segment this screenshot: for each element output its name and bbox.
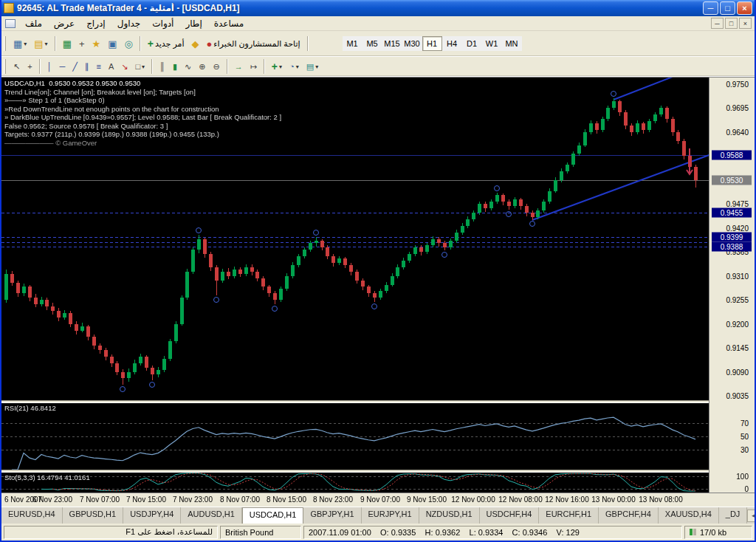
menu-window[interactable]: إطار	[179, 17, 207, 30]
toolbar-separator	[307, 36, 309, 51]
menu-charts[interactable]: جداول	[111, 17, 147, 30]
tab-xauusd-h4[interactable]: XAUUSD,H4	[659, 507, 719, 524]
time-axis-label: 7 Nov 07:00	[80, 495, 120, 504]
menu-help[interactable]: مساعدة	[208, 17, 250, 30]
line-chart-icon: ∿	[185, 63, 191, 71]
main-chart-pane[interactable]: USDCAD,H1 0.9530 0.9532 0.9530 0.9530 Tr…	[1, 78, 709, 400]
title-bar[interactable]: 92645: AL Trade MetaTrader 4 - أمثلية - …	[1, 0, 755, 16]
tab-usdchf-h4[interactable]: USDCHF,H4	[480, 507, 540, 524]
minimize-icon: ─	[708, 4, 714, 13]
menu-insert[interactable]: إدراج	[80, 17, 111, 30]
profiles-button[interactable]: ▤ ▾	[30, 35, 51, 52]
mdi-close-button[interactable]: ×	[739, 18, 752, 29]
terminal-button[interactable]: ▣	[104, 35, 120, 52]
crosshair-button[interactable]: +	[24, 59, 35, 74]
timeframe-m15-button[interactable]: M15	[382, 36, 402, 51]
tab-dj[interactable]: _DJ	[719, 507, 748, 524]
mdi-minimize-button[interactable]: ─	[711, 18, 724, 29]
menu-tools[interactable]: أدوات	[146, 17, 179, 30]
price-scale[interactable]: 0.97500.96950.96400.94750.94200.93650.93…	[709, 78, 755, 493]
channel-button[interactable]: ∥	[81, 59, 93, 74]
timeframe-w1-button[interactable]: W1	[482, 36, 502, 51]
timeframe-mn-button[interactable]: MN	[502, 36, 522, 51]
trendline-button[interactable]: ╱	[69, 59, 81, 74]
chart-shift-button[interactable]: ↦	[247, 59, 261, 74]
rsi-scale-label: 50	[740, 433, 749, 441]
minimize-button[interactable]: ─	[703, 1, 718, 15]
menu-file[interactable]: ملف	[19, 17, 48, 30]
arrows-button[interactable]: ↘	[117, 59, 131, 74]
rsi-pane[interactable]: RSI(21) 46.8412	[1, 403, 709, 470]
bar-chart-button[interactable]: ║	[156, 59, 169, 74]
text-label-button[interactable]: A	[105, 59, 117, 74]
periods-button[interactable]: ◔ ▾	[286, 59, 303, 74]
toolbar-separator	[140, 36, 141, 51]
new-order-button[interactable]: + أمر جديد	[144, 35, 188, 52]
bar-chart-icon: ║	[159, 63, 165, 71]
tab-nzdusd-h1[interactable]: NZDUSD,H1	[419, 507, 480, 524]
price-level-box: 0.9588	[712, 151, 752, 160]
menu-view[interactable]: عرض	[48, 17, 80, 30]
auto-scroll-button[interactable]: →	[231, 59, 247, 74]
tab-usdcad-h1[interactable]: USDCAD,H1	[242, 507, 304, 524]
close-button[interactable]: ×	[737, 1, 752, 15]
chart-document-icon[interactable]	[5, 19, 16, 28]
tab-eurjpy-h1[interactable]: EURJPY,H1	[362, 507, 419, 524]
toolbar-separator	[55, 36, 56, 51]
vertical-line-button[interactable]: │	[44, 59, 56, 74]
tab-usdjpy-h4[interactable]: USDJPY,H4	[123, 507, 181, 524]
strategy-tester-button[interactable]: ◎	[120, 35, 136, 52]
new-chart-button[interactable]: ▦ ▾	[10, 35, 30, 52]
timeframe-h1-button[interactable]: H1	[422, 36, 442, 51]
tab-eurchf-h1[interactable]: EURCHF,H1	[539, 507, 599, 524]
navigator-button[interactable]: ★	[89, 35, 105, 52]
tab-gbpusd-h1[interactable]: GBPUSD,H1	[63, 507, 124, 524]
trendline-icon: ╱	[72, 63, 78, 71]
fibonacci-button[interactable]: ≡	[92, 59, 104, 74]
timeframe-d1-button[interactable]: D1	[462, 36, 482, 51]
time-axis-label: 7 Nov 23:00	[173, 495, 213, 504]
zoom-in-button[interactable]: ⊕	[195, 59, 209, 74]
tab-eurusd-h4[interactable]: EURUSD,H4	[1, 507, 63, 524]
tab-scroll-left-button[interactable]: ◄	[747, 510, 756, 522]
price-tick: 0.9145	[726, 344, 749, 352]
timeframe-m5-button[interactable]: M5	[362, 36, 382, 51]
timeframe-m1-button[interactable]: M1	[343, 36, 362, 51]
price-tick: 0.9090	[726, 368, 749, 377]
expert-advisors-button[interactable]: ● إتاحة المستشارون الخبراء	[202, 35, 303, 52]
data-window-button[interactable]: +	[75, 35, 89, 52]
line-chart-button[interactable]: ∿	[181, 59, 195, 74]
toolbar-grip[interactable]	[4, 59, 6, 74]
mdi-close-icon: ×	[743, 20, 747, 27]
restore-button[interactable]: □	[720, 1, 735, 15]
app-icon	[4, 3, 14, 13]
chart-window: USDCAD,H1 0.9530 0.9532 0.9530 0.9530 Tr…	[1, 77, 755, 507]
mdi-restore-button[interactable]: □	[725, 18, 738, 29]
horizontal-line-button[interactable]: ─	[56, 59, 69, 74]
shapes-button[interactable]: □ ▾	[131, 59, 148, 74]
price-tick: 0.9750	[726, 80, 749, 89]
timeframe-h4-button[interactable]: H4	[442, 36, 462, 51]
chart-tab-bar: EURUSD,H4 GBPUSD,H1 USDJPY,H4 AUDUSD,H1 …	[1, 507, 755, 524]
cursor-button[interactable]: ↖	[10, 59, 24, 74]
timeframe-m30-button[interactable]: M30	[402, 36, 422, 51]
tab-audusd-h1[interactable]: AUDUSD,H1	[181, 507, 242, 524]
zoom-out-button[interactable]: ⊖	[209, 59, 223, 74]
stochastic-pane[interactable]: Sto(5,3,3) 16.4794 41.0161	[1, 473, 709, 493]
market-watch-button[interactable]: ▦	[59, 35, 75, 52]
toolbar-separator	[264, 59, 265, 74]
price-tick: 0.9255	[726, 296, 749, 304]
rsi-scale-label: 30	[740, 446, 749, 454]
tab-gbpjpy-h1[interactable]: GBPJPY,H1	[303, 507, 361, 524]
toolbar-grip[interactable]	[4, 36, 6, 51]
candlestick-chart-button[interactable]: ▮	[169, 59, 181, 74]
indicators-button[interactable]: + ▾	[268, 59, 286, 74]
candlestick-chart-canvas[interactable]	[1, 78, 709, 400]
time-axis[interactable]: 6 Nov 20076 Nov 23:007 Nov 07:007 Nov 15…	[1, 493, 755, 507]
stochastic-scale-label: 100	[736, 473, 749, 481]
standard-toolbar: ▦ ▾ ▤ ▾ ▦ + ★ ▣ ◎ + أمر جديد ◆ ● إتاحة ا…	[1, 31, 755, 57]
templates-button[interactable]: ▤ ▾	[303, 59, 322, 74]
metaeditor-button[interactable]: ◆	[188, 35, 202, 52]
tab-gbpchf-h4[interactable]: GBPCHF,H4	[599, 507, 659, 524]
restore-icon: □	[725, 4, 730, 13]
